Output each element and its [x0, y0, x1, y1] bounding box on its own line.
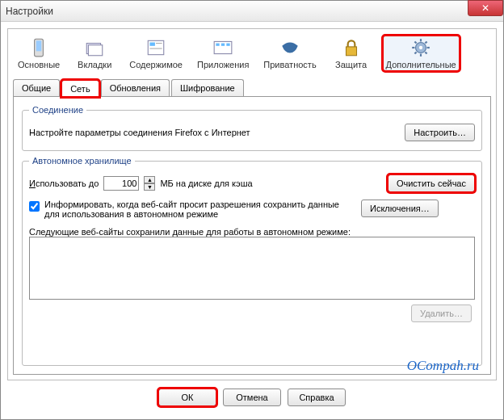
connection-text: Настройте параметры соединения Firefox с… — [29, 128, 250, 137]
tab-network[interactable]: Сеть — [61, 80, 99, 97]
exceptions-button[interactable]: Исключения… — [361, 200, 439, 217]
svg-rect-12 — [346, 47, 356, 56]
content-icon — [143, 37, 169, 58]
category-label: Защита — [335, 60, 367, 69]
svg-rect-3 — [89, 45, 103, 56]
svg-rect-11 — [226, 44, 229, 46]
close-button[interactable]: ✕ — [468, 0, 503, 16]
mask-icon — [277, 37, 303, 58]
cache-unit-label: МБ на диске для кэша — [160, 178, 252, 188]
gear-icon — [408, 37, 434, 58]
category-content[interactable]: Содержимое — [126, 36, 186, 71]
storage-group: Автономное хранилище Использовать до ▲ ▼… — [22, 156, 482, 366]
svg-line-20 — [426, 52, 427, 53]
main-panel: Основные Вкладки Содержимое Приложения П… — [7, 28, 497, 380]
category-tabs[interactable]: Вкладки — [71, 36, 118, 71]
category-bar: Основные Вкладки Содержимое Приложения П… — [13, 34, 491, 78]
cancel-button[interactable]: Отмена — [223, 388, 281, 406]
svg-line-19 — [415, 41, 417, 43]
cache-spinner[interactable]: ▲ ▼ — [144, 176, 155, 191]
configure-button[interactable]: Настроить… — [405, 124, 475, 141]
category-label: Вкладки — [78, 60, 111, 69]
tab-updates[interactable]: Обновления — [101, 79, 170, 96]
category-security[interactable]: Защита — [328, 36, 375, 71]
spin-up[interactable]: ▲ — [144, 176, 155, 183]
delete-button: Удалить… — [411, 304, 472, 322]
help-button[interactable]: Справка — [288, 388, 346, 406]
category-label: Основные — [18, 60, 60, 69]
category-label: Содержимое — [129, 60, 183, 69]
category-apps[interactable]: Приложения — [194, 36, 252, 71]
cache-size-input[interactable] — [103, 176, 139, 191]
phone-icon — [26, 37, 52, 58]
svg-rect-1 — [36, 40, 42, 51]
category-general[interactable]: Основные — [15, 36, 63, 71]
svg-rect-10 — [221, 44, 225, 46]
tab-content: Соединение Настройте параметры соединени… — [13, 97, 491, 375]
ok-button[interactable]: ОК — [158, 388, 216, 406]
clear-cache-button[interactable]: Очистить сейчас — [388, 174, 475, 192]
category-privacy[interactable]: Приватность — [260, 36, 319, 71]
category-advanced[interactable]: Дополнительные — [383, 36, 460, 71]
settings-window: Настройки ✕ Основные Вкладки Содержимое — [0, 0, 504, 420]
cache-label: Использовать до — [29, 178, 99, 188]
tab-general[interactable]: Общие — [13, 79, 60, 96]
category-label: Приложения — [197, 60, 249, 69]
sites-label: Следующие веб-сайты сохранили данные для… — [29, 227, 475, 237]
storage-legend: Автономное хранилище — [29, 156, 135, 166]
tab-encryption[interactable]: Шифрование — [171, 79, 244, 96]
inform-checkbox[interactable] — [29, 201, 40, 212]
titlebar: Настройки ✕ — [1, 1, 503, 22]
svg-point-14 — [419, 46, 422, 49]
watermark: OCompah.ru — [407, 358, 479, 374]
tabs-icon — [82, 37, 107, 58]
tab-bar: Общие Сеть Обновления Шифрование — [13, 79, 491, 97]
inform-label: Информировать, когда веб-сайт просит раз… — [44, 200, 351, 219]
window-title: Настройки — [6, 6, 53, 17]
spin-down[interactable]: ▼ — [144, 183, 155, 191]
lock-icon — [338, 37, 364, 58]
close-icon: ✕ — [481, 2, 489, 14]
offline-sites-list[interactable] — [29, 237, 475, 300]
svg-rect-5 — [150, 43, 156, 46]
svg-line-22 — [426, 41, 427, 43]
connection-legend: Соединение — [29, 105, 86, 115]
apps-icon — [210, 37, 236, 58]
dialog-buttons: ОК Отмена Справка — [7, 380, 497, 413]
category-label: Дополнительные — [386, 60, 456, 69]
connection-group: Соединение Настройте параметры соединени… — [22, 105, 482, 151]
svg-line-21 — [415, 52, 417, 53]
svg-rect-9 — [216, 44, 219, 46]
category-label: Приватность — [263, 60, 316, 69]
